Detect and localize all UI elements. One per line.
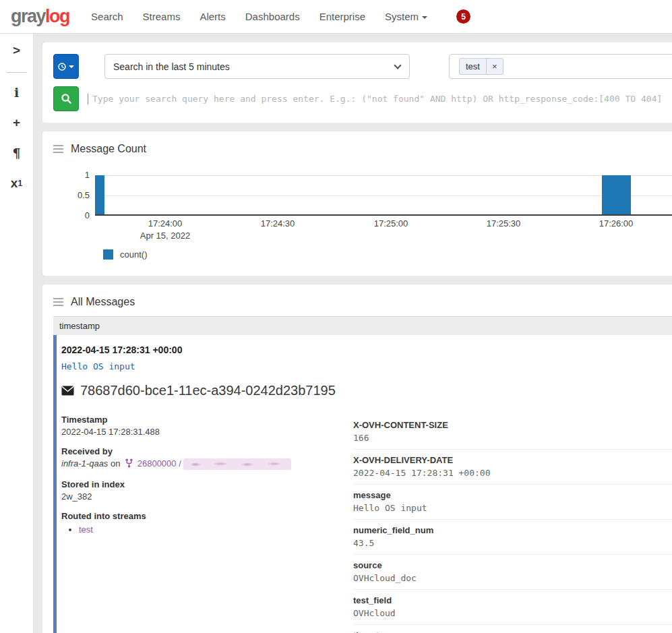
column-header-timestamp[interactable]: timestamp bbox=[53, 316, 672, 335]
message-meta-column: Timestamp 2022-04-15 17:28:31.488 Receiv… bbox=[61, 415, 353, 633]
chevron-down-icon bbox=[69, 65, 74, 68]
highlighting-icon-x: x bbox=[11, 176, 18, 191]
code-fork-icon bbox=[125, 458, 133, 468]
field-entry: test_field OVHcloud bbox=[353, 589, 672, 624]
sidebar-expand-icon[interactable]: > bbox=[7, 40, 27, 61]
logo-text-gray: gray bbox=[11, 6, 45, 26]
chart-plot-area bbox=[95, 175, 672, 216]
node-name: infra-1-qaas bbox=[61, 458, 108, 469]
field-entry: X-OVH-DELIVERY-DATE 2022-04-15 17:28:31 … bbox=[353, 449, 672, 484]
nav-item-system-label: System bbox=[385, 11, 419, 22]
clock-icon bbox=[58, 61, 66, 72]
search-bar-panel: Search in the last 5 minutes test × bbox=[42, 42, 672, 123]
y-axis-tick: 0.5 bbox=[53, 190, 90, 200]
received-by-value: infra-1-qaas on 26800000 bbox=[61, 458, 353, 470]
y-axis-tick: 0 bbox=[53, 210, 90, 220]
timerange-select[interactable]: Search in the last 5 minutes bbox=[104, 54, 410, 79]
search-query-input[interactable] bbox=[91, 89, 672, 109]
chart-bar bbox=[95, 175, 104, 214]
nav-item-alerts[interactable]: Alerts bbox=[200, 11, 225, 22]
stream-list-item: test bbox=[79, 524, 353, 535]
nav-item-streams[interactable]: Streams bbox=[143, 11, 181, 22]
x-axis-tick: 17:25:30 bbox=[473, 218, 534, 229]
graylog-logo[interactable]: graylog bbox=[11, 7, 69, 26]
message-count-widget: Message Count 1 0.5 0 17:24:00 17:24:30 … bbox=[42, 131, 672, 276]
message-count-chart: 1 0.5 0 17:24:00 17:24:30 17:25:00 17:25… bbox=[53, 163, 672, 264]
chart-bar bbox=[602, 175, 631, 214]
gridline bbox=[95, 195, 672, 196]
field-value: 2022-04-15 17:28:31 +00:00 bbox=[353, 468, 672, 478]
timestamp-label: Timestamp bbox=[61, 415, 353, 425]
field-value: OVHcloud_doc bbox=[353, 573, 672, 583]
stream-tag-label: test bbox=[460, 59, 486, 74]
nav-item-system[interactable]: System bbox=[385, 11, 427, 22]
field-name[interactable]: timestamp bbox=[353, 630, 672, 633]
field-entry: source OVHcloud_doc bbox=[353, 554, 672, 589]
x-axis-tick: 17:25:00 bbox=[361, 218, 421, 229]
field-name[interactable]: test_field bbox=[353, 595, 672, 605]
highlighting-icon[interactable]: x1 bbox=[7, 173, 27, 193]
field-value: OVHcloud bbox=[353, 608, 672, 618]
legend-label: count() bbox=[120, 249, 147, 260]
stored-index-value: 2w_382 bbox=[61, 491, 353, 502]
highlighting-icon-sub: 1 bbox=[18, 179, 22, 188]
message-row-text[interactable]: Hello OS input bbox=[61, 361, 672, 371]
top-navbar: graylog Search Streams Alerts Dashboards… bbox=[0, 0, 672, 34]
all-messages-widget: All Messages timestamp 2022-04-15 17:28:… bbox=[42, 284, 672, 633]
field-entry: numeric_field_num 43.5 bbox=[353, 519, 672, 554]
message-fields-column: X-OVH-CONTENT-SIZE 166 X-OVH-DELIVERY-DA… bbox=[353, 415, 672, 633]
message-id-link[interactable]: 78687d60-bce1-11ec-a394-0242d23b7195 bbox=[80, 383, 336, 398]
field-name[interactable]: message bbox=[353, 490, 672, 500]
field-value: 166 bbox=[353, 433, 672, 443]
drag-handle-icon[interactable] bbox=[53, 144, 63, 154]
y-axis-tick: 1 bbox=[53, 170, 90, 180]
message-row-expanded: 2022-04-15 17:28:31 +00:00 Hello OS inpu… bbox=[53, 335, 672, 633]
received-slash: / bbox=[179, 458, 181, 469]
field-name[interactable]: X-OVH-DELIVERY-DATE bbox=[353, 455, 672, 465]
search-submit-button[interactable] bbox=[53, 86, 79, 111]
x-axis-tick: 17:26:00 bbox=[586, 218, 646, 229]
formatting-pilcrow-icon[interactable]: ¶ bbox=[7, 143, 27, 163]
timestamp-value: 2022-04-15 17:28:31.488 bbox=[61, 427, 353, 437]
drag-handle-icon[interactable] bbox=[53, 297, 63, 307]
envelope-icon bbox=[61, 386, 74, 396]
message-row-timestamp[interactable]: 2022-04-15 17:28:31 +00:00 bbox=[61, 335, 672, 355]
search-icon bbox=[61, 93, 72, 104]
x-axis-tick: 17:24:30 bbox=[247, 218, 308, 229]
nav-item-search[interactable]: Search bbox=[91, 11, 123, 22]
stream-filter-input[interactable]: test × bbox=[449, 54, 672, 79]
notification-count-badge[interactable]: 5 bbox=[456, 9, 470, 24]
logo-text-log: log bbox=[45, 6, 69, 26]
main-content: Search in the last 5 minutes test × bbox=[34, 34, 672, 633]
legend-swatch bbox=[103, 249, 113, 260]
field-name[interactable]: X-OVH-CONTENT-SIZE bbox=[353, 420, 672, 430]
sidebar-divider bbox=[7, 72, 27, 73]
stored-index-label: Stored in index bbox=[61, 479, 353, 489]
input-id-link[interactable]: 26800000 bbox=[138, 458, 177, 469]
text-cursor bbox=[88, 94, 88, 104]
widget-title: All Messages bbox=[71, 296, 135, 308]
field-entry: X-OVH-CONTENT-SIZE 166 bbox=[353, 415, 672, 449]
gridline bbox=[95, 175, 672, 176]
field-name[interactable]: source bbox=[353, 560, 672, 570]
redacted-input-name bbox=[183, 458, 291, 470]
chart-legend[interactable]: count() bbox=[103, 249, 147, 260]
chevron-down-icon bbox=[422, 16, 427, 19]
field-value: 43.5 bbox=[353, 538, 672, 548]
routed-streams-label: Routed into streams bbox=[61, 511, 353, 521]
field-entry: timestamp 2022-04-15 17:28:31 +00:00 bbox=[353, 624, 672, 633]
fields-info-icon[interactable]: i bbox=[7, 82, 27, 102]
stream-tag-remove-icon[interactable]: × bbox=[486, 59, 503, 74]
nav-item-dashboards[interactable]: Dashboards bbox=[245, 11, 300, 22]
add-widget-icon[interactable]: + bbox=[7, 113, 27, 133]
stream-link-test[interactable]: test bbox=[79, 524, 93, 535]
field-entry: message Hello OS input bbox=[353, 484, 672, 519]
x-axis-date-label: Apr 15, 2022 bbox=[125, 231, 206, 241]
x-axis-tick: 17:24:00 bbox=[135, 218, 195, 229]
timerange-button[interactable] bbox=[53, 54, 79, 79]
nav-item-enterprise[interactable]: Enterprise bbox=[319, 11, 365, 22]
left-sidebar: > i + ¶ x1 bbox=[0, 34, 34, 633]
widget-title: Message Count bbox=[71, 143, 146, 155]
field-name[interactable]: numeric_field_num bbox=[353, 525, 672, 535]
stream-tag: test × bbox=[459, 58, 503, 75]
